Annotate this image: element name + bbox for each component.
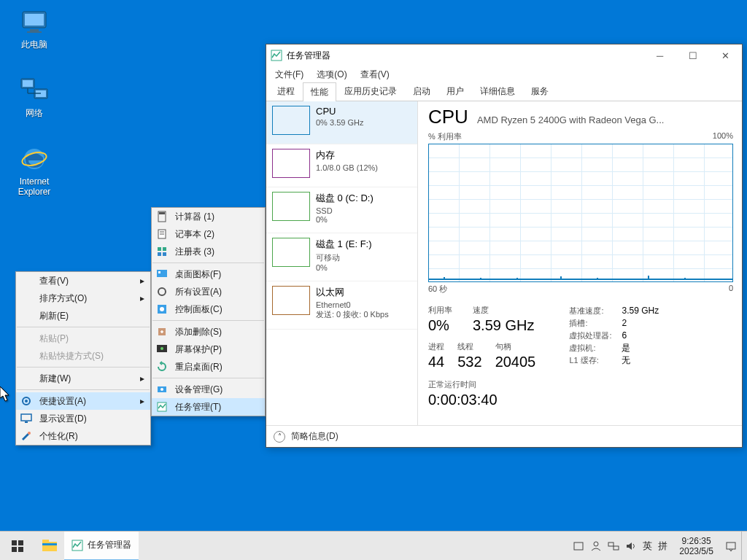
taskbar: 任务管理器 英 拼 9:26:35 2023/5/5 bbox=[0, 531, 747, 560]
cpu-model: AMD Ryzen 5 2400G with Radeon Vega G... bbox=[477, 114, 733, 125]
start-button[interactable] bbox=[0, 532, 35, 561]
tray-ime-mode[interactable]: 拼 bbox=[658, 540, 667, 553]
desktop-icon-label: 网络 bbox=[7, 108, 61, 118]
side-disk0[interactable]: 磁盘 0 (C: D:)SSD 0% bbox=[266, 187, 417, 233]
minimize-button[interactable]: ─ bbox=[643, 44, 676, 66]
clock-time: 9:26:35 bbox=[679, 536, 713, 546]
chevron-right-icon: ▸ bbox=[140, 370, 144, 387]
desktop-icon-ie[interactable]: Internet Explorer bbox=[7, 144, 61, 203]
tab-app-history[interactable]: 应用历史记录 bbox=[336, 82, 405, 101]
task-manager-icon bbox=[71, 540, 83, 551]
cpu-thumb-icon bbox=[272, 106, 310, 135]
desktop-icon-label: 此电脑 bbox=[7, 39, 61, 50]
svg-rect-2 bbox=[30, 29, 39, 31]
side-cpu[interactable]: CPU0% 3.59 GHz bbox=[266, 101, 417, 144]
chevron-right-icon: ▸ bbox=[140, 289, 144, 307]
personalize-icon bbox=[20, 430, 32, 442]
sub-add-remove[interactable]: 添加删除(S) bbox=[152, 323, 265, 341]
taskbar-item-explorer[interactable] bbox=[35, 532, 64, 561]
tray-people-icon[interactable] bbox=[590, 540, 602, 552]
stat-uptime: 0:00:03:40 bbox=[428, 392, 554, 408]
task-manager-footer: ˄ 简略信息(D) bbox=[266, 425, 742, 447]
desktop-icons-icon bbox=[156, 268, 168, 280]
tray-notifications-icon[interactable] bbox=[725, 540, 737, 552]
ctx-display-settings[interactable]: 显示设置(D) bbox=[16, 410, 150, 427]
svg-rect-5 bbox=[23, 80, 33, 87]
add-remove-icon bbox=[156, 326, 168, 338]
performance-sidebar: CPU0% 3.59 GHz 内存1.0/8.0 GB (12%) 磁盘 0 (… bbox=[266, 101, 418, 425]
close-button[interactable]: ✕ bbox=[709, 44, 742, 66]
desktop-icon-network[interactable]: 网络 bbox=[7, 76, 61, 134]
sub-regedit[interactable]: 注册表 (3) bbox=[152, 243, 265, 260]
stat-threads: 532 bbox=[457, 354, 481, 370]
clock-date: 2023/5/5 bbox=[679, 546, 713, 556]
ctx-refresh[interactable]: 刷新(E) bbox=[16, 307, 150, 324]
tab-processes[interactable]: 进程 bbox=[269, 82, 303, 101]
chevron-right-icon: ▸ bbox=[140, 392, 144, 410]
svg-rect-40 bbox=[12, 547, 17, 552]
tab-services[interactable]: 服务 bbox=[523, 82, 557, 101]
tab-performance[interactable]: 性能 bbox=[303, 82, 336, 101]
chevron-right-icon: ▸ bbox=[140, 272, 144, 289]
cursor-icon bbox=[0, 386, 12, 402]
sub-screensaver[interactable]: 屏幕保护(P) bbox=[152, 341, 265, 358]
tray-volume-icon[interactable] bbox=[625, 540, 637, 552]
sub-calculator[interactable]: 计算器 (1) bbox=[152, 208, 265, 225]
ctx-new[interactable]: 新建(W)▸ bbox=[16, 370, 150, 387]
ctx-personalize[interactable]: 个性化(R) bbox=[16, 427, 150, 445]
desktop-icon-this-pc[interactable]: 此电脑 bbox=[7, 7, 61, 66]
axis-label-60s: 60 秒 bbox=[428, 284, 447, 295]
svg-point-33 bbox=[160, 347, 163, 350]
cpu-utilization-chart[interactable] bbox=[428, 144, 733, 282]
sub-all-settings[interactable]: 所有设置(A) bbox=[152, 283, 265, 300]
fewer-details-link[interactable]: 简略信息(D) bbox=[291, 430, 338, 443]
screensaver-icon bbox=[156, 343, 168, 355]
ctx-quick-settings[interactable]: 便捷设置(A)▸ bbox=[16, 392, 150, 410]
taskbar-item-taskmgr[interactable]: 任务管理器 bbox=[64, 532, 139, 561]
calculator-icon bbox=[156, 211, 168, 222]
side-disk1[interactable]: 磁盘 1 (E: F:)可移动 0% bbox=[266, 233, 417, 281]
stat-utilization: 0% bbox=[428, 317, 452, 334]
menu-view[interactable]: 查看(V) bbox=[355, 67, 395, 82]
gear-icon bbox=[20, 395, 32, 407]
taskbar-clock[interactable]: 9:26:35 2023/5/5 bbox=[673, 536, 719, 556]
ctx-sort[interactable]: 排序方式(O)▸ bbox=[16, 289, 150, 307]
svg-rect-41 bbox=[18, 547, 23, 552]
svg-point-30 bbox=[160, 307, 164, 311]
chevron-up-icon[interactable]: ˄ bbox=[274, 431, 285, 443]
svg-rect-1 bbox=[25, 14, 44, 26]
desktop-icon-label: Internet Explorer bbox=[7, 176, 61, 197]
tab-details[interactable]: 详细信息 bbox=[472, 82, 523, 101]
sub-restart-desktop[interactable]: 重启桌面(R) bbox=[152, 358, 265, 376]
sub-control-panel[interactable]: 控制面板(C) bbox=[152, 300, 265, 318]
titlebar[interactable]: 任务管理器 ─ ☐ ✕ bbox=[266, 44, 742, 66]
maximize-button[interactable]: ☐ bbox=[676, 44, 709, 66]
sub-device-manager[interactable]: 设备管理(G) bbox=[152, 381, 265, 398]
sub-task-manager[interactable]: 任务管理(T) bbox=[152, 398, 265, 416]
sub-notepad[interactable]: 记事本 (2) bbox=[152, 225, 265, 243]
disk-thumb-icon bbox=[272, 192, 310, 221]
svg-point-16 bbox=[28, 432, 31, 435]
tray-ime-lang[interactable]: 英 bbox=[643, 540, 652, 553]
sub-desktop-icons[interactable]: 桌面图标(F) bbox=[152, 265, 265, 283]
tab-startup[interactable]: 启动 bbox=[405, 82, 438, 101]
svg-point-35 bbox=[160, 388, 163, 391]
svg-rect-44 bbox=[42, 543, 57, 545]
menu-options[interactable]: 选项(O) bbox=[311, 67, 352, 82]
stat-l1cache: 无 bbox=[622, 355, 630, 365]
network-thumb-icon bbox=[272, 286, 310, 315]
svg-rect-38 bbox=[12, 540, 17, 545]
side-ethernet[interactable]: 以太网Ethernet0 发送: 0 接收: 0 Kbps bbox=[266, 281, 417, 330]
menu-file[interactable]: 文件(F) bbox=[269, 67, 309, 82]
side-memory[interactable]: 内存1.0/8.0 GB (12%) bbox=[266, 144, 417, 187]
svg-rect-24 bbox=[158, 252, 161, 256]
cpu-heading: CPU bbox=[428, 106, 468, 128]
device-manager-icon bbox=[156, 384, 168, 395]
tray-network-icon[interactable] bbox=[608, 540, 619, 552]
show-desktop-button[interactable] bbox=[741, 532, 747, 561]
tray-chevron-up-icon[interactable] bbox=[573, 540, 584, 552]
ctx-view[interactable]: 查看(V)▸ bbox=[16, 272, 150, 289]
stat-vprocessors: 6 bbox=[622, 330, 627, 341]
notepad-icon bbox=[156, 228, 168, 240]
tab-users[interactable]: 用户 bbox=[438, 82, 472, 101]
